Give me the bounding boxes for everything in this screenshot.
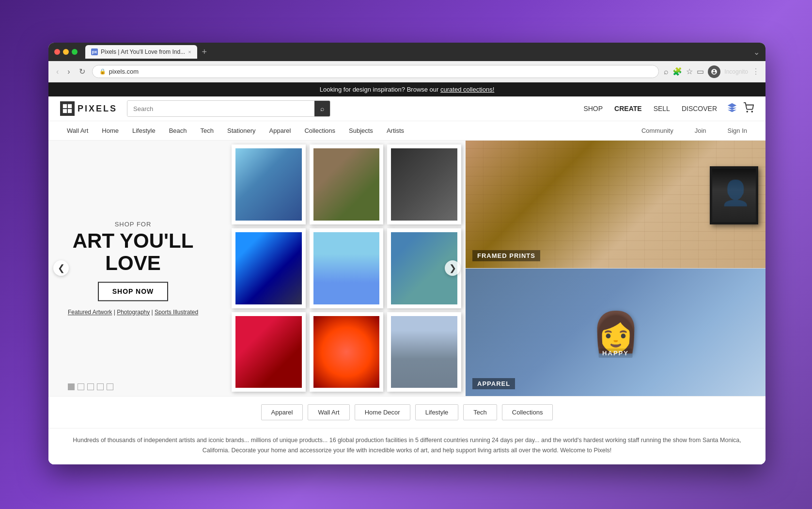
sub-nav-right: Community Join Sign In [635, 121, 754, 140]
subnav-collections[interactable]: Collections [297, 121, 342, 140]
browser-menu-button[interactable]: ⌄ [753, 48, 760, 57]
tag-lifestyle-button[interactable]: Lifestyle [415, 404, 459, 420]
tag-apparel-button[interactable]: Apparel [261, 404, 303, 420]
logo[interactable]: PIXELS [60, 101, 117, 116]
sports-illustrated-link[interactable]: Sports Illustrated [155, 309, 198, 316]
subnav-lifestyle[interactable]: Lifestyle [125, 121, 162, 140]
tag-collections-button[interactable]: Collections [502, 404, 553, 420]
tab-favicon: px [91, 48, 98, 55]
framed-prints-label: FRAMED PRINTS [472, 250, 540, 261]
framed-prints-panel[interactable]: 👤 FRAMED PRINTS [466, 141, 765, 269]
new-tab-button[interactable]: + [199, 47, 210, 57]
url-bar[interactable]: 🔒 pixels.com [92, 65, 659, 78]
art-frame-1[interactable] [232, 144, 306, 224]
featured-artwork-link[interactable]: Featured Artwork [68, 309, 112, 316]
subnav-apparel[interactable]: Apparel [263, 121, 298, 140]
subnav-join[interactable]: Join [688, 121, 713, 140]
hero-section: SHOP FOR ART YOU'LL LOVE SHOP NOW Featur… [48, 141, 765, 396]
subnav-artists[interactable]: Artists [380, 121, 411, 140]
art-frame-4[interactable] [232, 228, 306, 308]
tab-bar: px Pixels | Art You'll Love from Ind... … [85, 45, 746, 59]
slide-dot-1[interactable] [68, 383, 75, 390]
sub-nav: Wall Art Home Lifestyle Beach Tech Stati… [48, 121, 765, 141]
notification-icon[interactable] [727, 102, 737, 115]
slide-dot-2[interactable] [78, 383, 84, 390]
bottom-tags: Apparel Wall Art Home Decor Lifestyle Te… [48, 396, 765, 428]
subnav-wall-art[interactable]: Wall Art [60, 121, 95, 140]
hero-next-button[interactable]: ❯ [445, 260, 460, 276]
close-window-button[interactable] [54, 49, 60, 55]
art-frame-8[interactable] [310, 312, 384, 392]
address-bar: ‹ › ↻ 🔒 pixels.com ⌕ 🧩 ☆ ▭ Incognito ⋮ [48, 61, 765, 82]
slide-dot-3[interactable] [87, 383, 94, 390]
art-frame-7[interactable] [232, 312, 306, 392]
hero-artwork-grid [228, 141, 465, 396]
header-nav: SHOP CREATE SELL DISCOVER [583, 105, 717, 112]
art-frame-9[interactable] [387, 312, 461, 392]
subnav-community[interactable]: Community [635, 121, 680, 140]
search-toolbar-icon[interactable]: ⌕ [664, 67, 669, 76]
svg-rect-0 [63, 104, 67, 108]
incognito-avatar [708, 65, 720, 78]
svg-rect-3 [68, 109, 72, 113]
nav-create[interactable]: CREATE [614, 105, 642, 112]
title-bar: px Pixels | Art You'll Love from Ind... … [48, 43, 765, 61]
top-banner: Looking for design inspiration? Browse o… [48, 82, 765, 96]
art-frame-5[interactable] [310, 228, 384, 308]
back-button[interactable]: ‹ [54, 65, 61, 78]
bookmark-icon[interactable]: ☆ [686, 67, 693, 76]
cart-icon[interactable] [743, 102, 754, 115]
description-content: Hundreds of thousands of independent art… [73, 437, 741, 454]
slide-dot-4[interactable] [97, 383, 104, 390]
nav-sell[interactable]: SELL [654, 105, 670, 112]
banner-link[interactable]: curated collections! [440, 86, 494, 93]
subnav-home[interactable]: Home [95, 121, 125, 140]
tab-label: Pixels | Art You'll Love from Ind... [101, 48, 185, 55]
nav-shop[interactable]: SHOP [583, 105, 603, 112]
site-content: Looking for design inspiration? Browse o… [48, 82, 765, 464]
apparel-panel[interactable]: 👩 HAPPY APPAREL [466, 269, 765, 396]
reload-button[interactable]: ↻ [77, 65, 87, 78]
nav-discover[interactable]: DISCOVER [682, 105, 717, 112]
subnav-tech[interactable]: Tech [194, 121, 220, 140]
active-tab[interactable]: px Pixels | Art You'll Love from Ind... … [85, 45, 197, 59]
subnav-beach[interactable]: Beach [162, 121, 194, 140]
art-frame-3[interactable] [387, 144, 461, 224]
banner-text: Looking for design inspiration? Browse o… [320, 86, 440, 93]
shop-now-button[interactable]: SHOP NOW [98, 282, 169, 301]
minimize-window-button[interactable] [63, 49, 69, 55]
art-frame-2[interactable] [310, 144, 384, 224]
tag-wall-art-button[interactable]: Wall Art [308, 404, 349, 420]
hero-title: ART YOU'LL LOVE [68, 230, 198, 275]
svg-point-4 [747, 111, 748, 112]
forward-button[interactable]: › [65, 65, 72, 78]
browser-window: px Pixels | Art You'll Love from Ind... … [48, 43, 765, 464]
tag-home-decor-button[interactable]: Home Decor [355, 404, 410, 420]
hero-prev-button[interactable]: ❮ [53, 260, 69, 276]
browser-options-button[interactable]: ⋮ [752, 67, 760, 76]
tab-close-button[interactable]: × [188, 49, 191, 55]
tag-tech-button[interactable]: Tech [463, 404, 497, 420]
slide-dot-5[interactable] [107, 383, 113, 390]
cast-icon[interactable]: ▭ [697, 67, 704, 76]
search-bar: ⌕ [127, 100, 330, 117]
extension-icon[interactable]: 🧩 [672, 67, 682, 76]
hero-text-area: SHOP FOR ART YOU'LL LOVE SHOP NOW Featur… [68, 221, 198, 316]
subnav-stationery[interactable]: Stationery [220, 121, 263, 140]
traffic-lights [54, 49, 78, 55]
subnav-subjects[interactable]: Subjects [342, 121, 380, 140]
svg-rect-2 [63, 109, 67, 113]
main-header: PIXELS ⌕ SHOP CREATE SELL DISCOVER [48, 96, 765, 121]
logo-text: PIXELS [78, 104, 117, 114]
hero-left: SHOP FOR ART YOU'LL LOVE SHOP NOW Featur… [48, 141, 465, 396]
photography-link[interactable]: Photography [117, 309, 150, 316]
search-input[interactable] [127, 101, 314, 116]
subnav-sign-in[interactable]: Sign In [721, 121, 754, 140]
logo-icon [60, 101, 75, 116]
hero-title-line2: LOVE [105, 252, 160, 275]
search-button[interactable]: ⌕ [314, 101, 330, 116]
svg-rect-1 [68, 104, 72, 108]
shop-for-label: SHOP FOR [68, 221, 198, 228]
maximize-window-button[interactable] [72, 49, 78, 55]
featured-links: Featured Artwork | Photography | Sports … [68, 309, 198, 316]
